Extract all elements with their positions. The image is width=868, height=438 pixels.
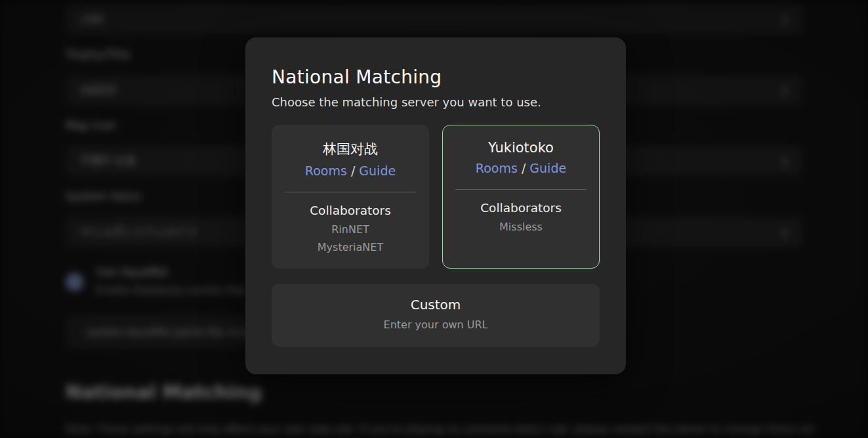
collaborators-list: Missless <box>443 218 599 236</box>
card-divider <box>455 189 587 190</box>
link-separator: / <box>522 161 526 175</box>
card-divider <box>285 192 416 192</box>
collaborator-name: MysteriaNET <box>272 238 428 256</box>
server-options-row: 林国对战 Rooms / Guide Collaborators RinNET … <box>272 125 600 269</box>
custom-card-title: Custom <box>272 297 600 313</box>
server-name: 林国对战 <box>272 140 428 158</box>
collaborators-list: RinNET MysteriaNET <box>272 221 428 256</box>
server-links: Rooms / Guide <box>272 164 428 178</box>
collaborator-name: Missless <box>443 218 599 236</box>
custom-server-card[interactable]: Custom Enter your own URL <box>272 284 600 347</box>
collaborator-name: RinNET <box>272 221 428 238</box>
collaborators-heading: Collaborators <box>443 201 599 215</box>
rooms-link[interactable]: Rooms <box>305 164 347 178</box>
rooms-link[interactable]: Rooms <box>476 161 518 175</box>
dialog-subtitle: Choose the matching server you want to u… <box>272 95 600 109</box>
server-card-linguo[interactable]: 林国对战 Rooms / Guide Collaborators RinNET … <box>272 125 429 269</box>
dialog-title: National Matching <box>272 66 600 88</box>
guide-link[interactable]: Guide <box>529 161 566 175</box>
server-name: Yukiotoko <box>443 140 599 156</box>
guide-link[interactable]: Guide <box>359 164 396 178</box>
collaborators-heading: Collaborators <box>272 204 428 217</box>
server-card-yukiotoko[interactable]: Yukiotoko Rooms / Guide Collaborators Mi… <box>442 125 600 269</box>
server-links: Rooms / Guide <box>443 161 599 175</box>
national-matching-dialog: National Matching Choose the matching se… <box>245 37 626 374</box>
custom-card-subtitle: Enter your own URL <box>272 318 600 331</box>
link-separator: / <box>351 164 355 178</box>
